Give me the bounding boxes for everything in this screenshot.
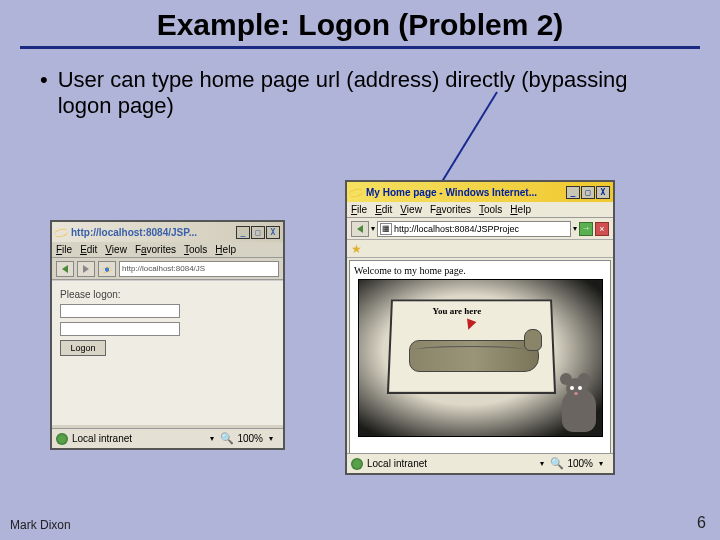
back-button[interactable] xyxy=(351,221,369,237)
zoom-icon[interactable]: 🔍 xyxy=(220,432,234,445)
nav-toolbar: http://localhost:8084/JS xyxy=(52,258,283,280)
logon-label: Please logon: xyxy=(60,289,275,300)
url-dropdown[interactable]: ▾ xyxy=(573,224,577,233)
menu-bar: File Edit View Favorites Tools Help xyxy=(52,242,283,258)
favorites-star-icon[interactable]: ★ xyxy=(351,242,362,256)
menu-edit[interactable]: Edit xyxy=(375,204,392,215)
status-bar: Local intranet ▾ 🔍 100% ▾ xyxy=(52,428,283,448)
window-title: http://localhost:8084/JSP... xyxy=(71,227,197,238)
nav-toolbar: ▾ ▦ http://localhost:8084/JSPProjec ▾ → … xyxy=(347,218,613,240)
url-text: http://localhost:8084/JSPProjec xyxy=(394,224,519,234)
forward-button[interactable] xyxy=(77,261,95,277)
status-bar: Local intranet ▾ 🔍 100% ▾ xyxy=(347,453,613,473)
stop-button[interactable]: × xyxy=(595,222,609,236)
address-bar[interactable]: ▦ http://localhost:8084/JSPProjec xyxy=(377,221,571,237)
close-button[interactable]: X xyxy=(266,226,280,239)
menu-file[interactable]: File xyxy=(351,204,367,215)
bullet-list: • User can type home page url (address) … xyxy=(0,49,720,137)
slug-drawing xyxy=(409,340,539,372)
back-button[interactable] xyxy=(56,261,74,277)
logon-button[interactable]: Logon xyxy=(60,340,106,356)
page-content: Welcome to my home page. You are here xyxy=(349,260,611,455)
footer-author: Mark Dixon xyxy=(10,518,71,532)
menu-view[interactable]: View xyxy=(400,204,422,215)
menu-tools[interactable]: Tools xyxy=(479,204,502,215)
zoom-dropdown[interactable]: ▾ xyxy=(269,434,273,443)
logon-browser-window: http://localhost:8084/JSP... _ □ X File … xyxy=(50,220,285,450)
zoom-dropdown[interactable]: ▾ xyxy=(599,459,603,468)
menu-file[interactable]: File xyxy=(56,244,72,255)
minimize-button[interactable]: _ xyxy=(236,226,250,239)
slide-title: Example: Logon (Problem 2) xyxy=(20,0,700,49)
zone-icon xyxy=(56,433,68,445)
menu-favorites[interactable]: Favorites xyxy=(430,204,471,215)
window-title: My Home page - Windows Internet... xyxy=(366,187,537,198)
menu-favorites[interactable]: Favorites xyxy=(135,244,176,255)
maximize-button[interactable]: □ xyxy=(581,186,595,199)
menu-help[interactable]: Help xyxy=(510,204,531,215)
zoom-text: 100% xyxy=(567,458,593,469)
page-content: Please logon: Logon xyxy=(52,280,283,425)
page-icon: ▦ xyxy=(380,223,392,235)
page-icon xyxy=(98,261,116,277)
welcome-text: Welcome to my home page. xyxy=(354,265,606,276)
password-input[interactable] xyxy=(60,322,180,336)
close-button[interactable]: X xyxy=(596,186,610,199)
footer-page-number: 6 xyxy=(697,514,706,532)
favorites-bar: ★ xyxy=(347,240,613,258)
mouse-drawing xyxy=(552,376,596,432)
menu-tools[interactable]: Tools xyxy=(184,244,207,255)
username-input[interactable] xyxy=(60,304,180,318)
menu-view[interactable]: View xyxy=(105,244,127,255)
zone-text: Local intranet xyxy=(367,458,427,469)
zone-dropdown[interactable]: ▾ xyxy=(540,459,544,468)
zone-icon xyxy=(351,458,363,470)
back-dropdown[interactable]: ▾ xyxy=(371,224,375,233)
ie-icon xyxy=(350,186,362,198)
menu-edit[interactable]: Edit xyxy=(80,244,97,255)
minimize-button[interactable]: _ xyxy=(566,186,580,199)
titlebar[interactable]: My Home page - Windows Internet... _ □ X xyxy=(347,182,613,202)
zone-dropdown[interactable]: ▾ xyxy=(210,434,214,443)
bullet-text: User can type home page url (address) di… xyxy=(58,67,680,119)
titlebar[interactable]: http://localhost:8084/JSP... _ □ X xyxy=(52,222,283,242)
menu-bar: File Edit View Favorites Tools Help xyxy=(347,202,613,218)
menu-help[interactable]: Help xyxy=(215,244,236,255)
image-caption: You are here xyxy=(433,306,482,316)
cartoon-image: You are here xyxy=(358,279,603,437)
go-button[interactable]: → xyxy=(579,222,593,236)
ie-icon xyxy=(55,226,67,238)
zoom-icon[interactable]: 🔍 xyxy=(550,457,564,470)
zoom-text: 100% xyxy=(237,433,263,444)
address-bar[interactable]: http://localhost:8084/JS xyxy=(119,261,279,277)
home-browser-window: My Home page - Windows Internet... _ □ X… xyxy=(345,180,615,475)
maximize-button[interactable]: □ xyxy=(251,226,265,239)
bullet-dot: • xyxy=(40,67,48,119)
zone-text: Local intranet xyxy=(72,433,132,444)
